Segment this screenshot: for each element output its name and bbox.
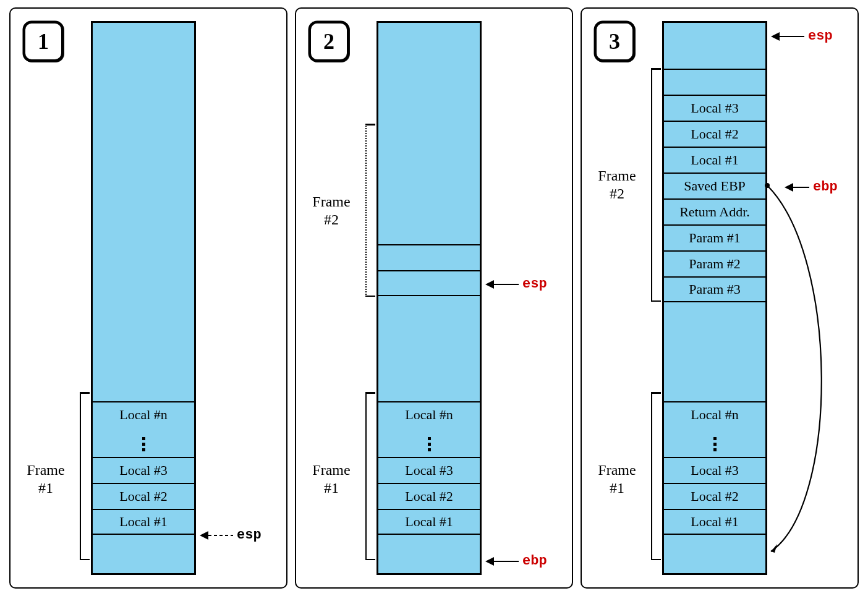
esp-pointer: esp bbox=[200, 527, 262, 543]
saved-ebp-link-arrow bbox=[765, 183, 851, 566]
frame-1-label: Frame#1 bbox=[304, 461, 359, 497]
cell-f2-local-2: Local #2 bbox=[664, 121, 765, 147]
panel-1: 1 Local #n Local #3 Local #2 Local #1 Fr… bbox=[9, 7, 287, 589]
cell-local-n: Local #n bbox=[378, 401, 480, 427]
esp-pointer: esp bbox=[771, 28, 833, 44]
stack-column: Local #n Local #3 Local #2 Local #1 bbox=[91, 21, 196, 575]
ellipsis-icon bbox=[664, 431, 765, 457]
ebp-pointer: ebp bbox=[485, 553, 547, 569]
panel-3: 3 Local #n Local #3 Local #2 Local #1 Pa… bbox=[581, 7, 859, 589]
cell-local-1: Local #1 bbox=[378, 509, 480, 535]
cell-local-2: Local #2 bbox=[93, 483, 194, 509]
cell-local-1: Local #1 bbox=[664, 509, 765, 535]
frame-1-bracket bbox=[651, 392, 652, 560]
cell-local-3: Local #3 bbox=[378, 457, 480, 483]
frame-2-bracket bbox=[365, 124, 367, 297]
cell-empty-top bbox=[664, 69, 765, 95]
cell-local-3: Local #3 bbox=[664, 457, 765, 483]
frame-1-bracket bbox=[365, 392, 367, 560]
cell-f2-local-3: Local #3 bbox=[664, 95, 765, 121]
cell-local-n: Local #n bbox=[93, 401, 194, 427]
stack-column: Local #n Local #3 Local #2 Local #1 bbox=[377, 21, 482, 575]
cell-empty bbox=[378, 270, 480, 296]
frame-2-label: Frame#2 bbox=[304, 193, 359, 229]
saved-ebp-dot bbox=[765, 183, 770, 188]
cell-local-n: Local #n bbox=[664, 401, 765, 427]
cell-param-2: Param #2 bbox=[664, 250, 765, 276]
ellipsis-icon bbox=[93, 431, 194, 457]
cell-local-1: Local #1 bbox=[93, 509, 194, 535]
cell-local-3: Local #3 bbox=[93, 457, 194, 483]
cell-param-3: Param #3 bbox=[664, 276, 765, 302]
cell-return-addr: Return Addr. bbox=[664, 198, 765, 224]
panel-number-badge: 1 bbox=[23, 21, 64, 62]
cell-saved-ebp: Saved EBP bbox=[664, 172, 765, 198]
panel-number-badge: 3 bbox=[594, 21, 635, 62]
cell-local-2: Local #2 bbox=[664, 483, 765, 509]
cell-empty bbox=[378, 244, 480, 270]
ebp-pointer: ebp bbox=[785, 179, 838, 195]
frame-2-label: Frame#2 bbox=[589, 167, 645, 203]
stack-column: Local #n Local #3 Local #2 Local #1 Para… bbox=[662, 21, 767, 575]
esp-pointer: esp bbox=[485, 276, 547, 292]
cell-local-2: Local #2 bbox=[378, 483, 480, 509]
frame-2-bracket bbox=[651, 68, 652, 302]
panel-2: 2 Local #n Local #3 Local #2 Local #1 Fr… bbox=[295, 7, 573, 589]
frame-1-label: Frame#1 bbox=[589, 461, 645, 497]
cell-param-1: Param #1 bbox=[664, 224, 765, 250]
frame-1-label: Frame#1 bbox=[18, 461, 74, 497]
cell-f2-local-1: Local #1 bbox=[664, 147, 765, 172]
ellipsis-icon bbox=[378, 431, 480, 457]
frame-1-bracket bbox=[80, 392, 81, 560]
panel-number-badge: 2 bbox=[308, 21, 349, 62]
